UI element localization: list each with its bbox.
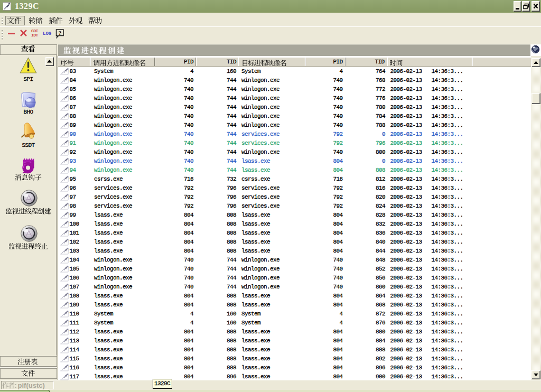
- svg-text:?: ?: [59, 30, 62, 36]
